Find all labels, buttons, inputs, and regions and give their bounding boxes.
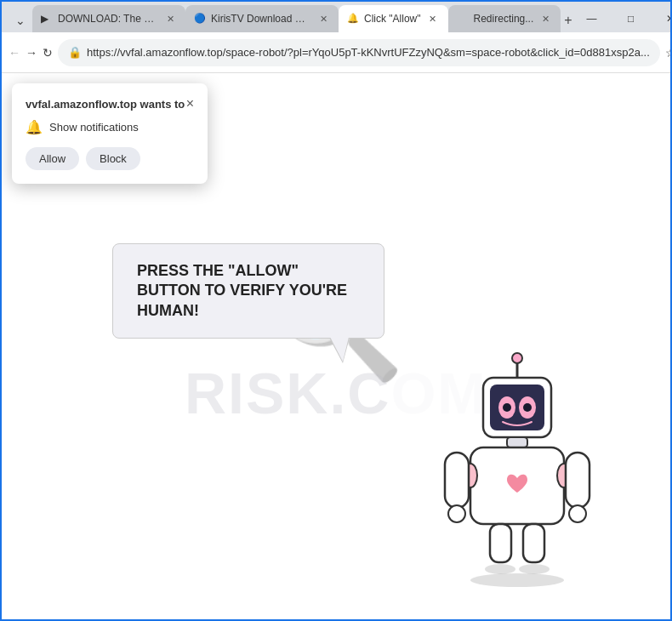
tab-2-label: KirisTV Download Page	[211, 13, 311, 25]
address-text: https://vvfal.amazonflow.top/space-robot…	[87, 46, 650, 59]
tab-1-close[interactable]: ✕	[163, 12, 177, 26]
tab-2[interactable]: 🔵 KirisTV Download Page ✕	[185, 5, 339, 32]
tab-list-button[interactable]: ⌄	[9, 9, 32, 32]
svg-rect-16	[490, 524, 511, 562]
tab-4-label: Redirecting...	[474, 13, 534, 25]
svg-point-15	[569, 505, 586, 522]
bookmark-button[interactable]: ☆	[665, 40, 672, 66]
back-button[interactable]: ←	[9, 40, 20, 66]
popup-header: vvfal.amazonflow.top wants to ×	[26, 97, 194, 111]
page-content: 🔍 RISK.COM vvfal.amazonflow.top wants to…	[2, 73, 670, 619]
maximize-button[interactable]: □	[612, 5, 651, 32]
tab-1-label: DOWNLOAD: The Killer...	[58, 13, 158, 25]
reload-button[interactable]: ↻	[43, 40, 53, 66]
tab-1[interactable]: ▶ DOWNLOAD: The Killer... ✕	[32, 5, 185, 32]
nav-controls: ⌄	[9, 9, 32, 32]
robot-svg	[432, 352, 602, 590]
address-bar: ← → ↻ 🔒 https://vvfal.amazonflow.top/spa…	[2, 32, 670, 73]
svg-rect-12	[445, 453, 469, 508]
popup-buttons: Allow Block	[26, 147, 194, 170]
new-tab-button[interactable]: +	[564, 9, 572, 32]
browser-frame: ⌄ ▶ DOWNLOAD: The Killer... ✕ 🔵 KirisTV …	[2, 2, 670, 619]
speech-bubble-text: PRESS THE "ALLOW" BUTTON TO VERIFY YOU'R…	[137, 262, 347, 319]
tab-4-favicon	[457, 13, 469, 25]
star-icon: ☆	[665, 46, 672, 60]
svg-rect-17	[523, 524, 544, 562]
tab-3-label: Click "Allow"	[364, 13, 421, 25]
minimize-button[interactable]: —	[572, 5, 612, 32]
window-controls: — □ ✕	[572, 5, 672, 32]
svg-point-18	[485, 564, 515, 574]
allow-button[interactable]: Allow	[26, 147, 79, 170]
forward-button[interactable]: →	[26, 40, 37, 66]
svg-rect-8	[507, 437, 527, 447]
tab-2-favicon: 🔵	[194, 13, 206, 25]
permission-popup: vvfal.amazonflow.top wants to × 🔔 Show n…	[12, 83, 208, 184]
svg-point-1	[512, 353, 522, 363]
popup-close-button[interactable]: ×	[186, 97, 194, 111]
address-input-wrap[interactable]: 🔒 https://vvfal.amazonflow.top/space-rob…	[58, 39, 660, 66]
svg-rect-13	[566, 453, 589, 508]
tab-3-favicon: 🔔	[347, 13, 359, 25]
svg-point-7	[523, 403, 532, 412]
svg-point-6	[503, 403, 511, 412]
robot-container	[432, 352, 602, 594]
bell-icon: 🔔	[26, 119, 43, 135]
block-button[interactable]: Block	[86, 147, 140, 170]
tabs-bar: ⌄ ▶ DOWNLOAD: The Killer... ✕ 🔵 KirisTV …	[2, 2, 670, 32]
close-button[interactable]: ✕	[651, 5, 672, 32]
svg-point-20	[470, 573, 564, 587]
tab-2-close[interactable]: ✕	[316, 12, 330, 26]
popup-notification-item: 🔔 Show notifications	[26, 119, 194, 135]
svg-rect-3	[490, 385, 544, 430]
popup-domain: vvfal.amazonflow.top wants to	[26, 98, 185, 111]
security-icon: 🔒	[68, 46, 82, 59]
tab-4[interactable]: Redirecting... ✕	[448, 5, 561, 32]
tab-3[interactable]: 🔔 Click "Allow" ✕	[339, 5, 448, 32]
svg-point-19	[519, 564, 550, 574]
popup-notification-text: Show notifications	[49, 121, 139, 134]
tab-1-favicon: ▶	[41, 13, 53, 25]
svg-point-14	[448, 505, 465, 522]
tab-3-close[interactable]: ✕	[426, 12, 440, 26]
tab-4-close[interactable]: ✕	[538, 12, 552, 26]
speech-bubble: PRESS THE "ALLOW" BUTTON TO VERIFY YOU'R…	[112, 243, 384, 339]
